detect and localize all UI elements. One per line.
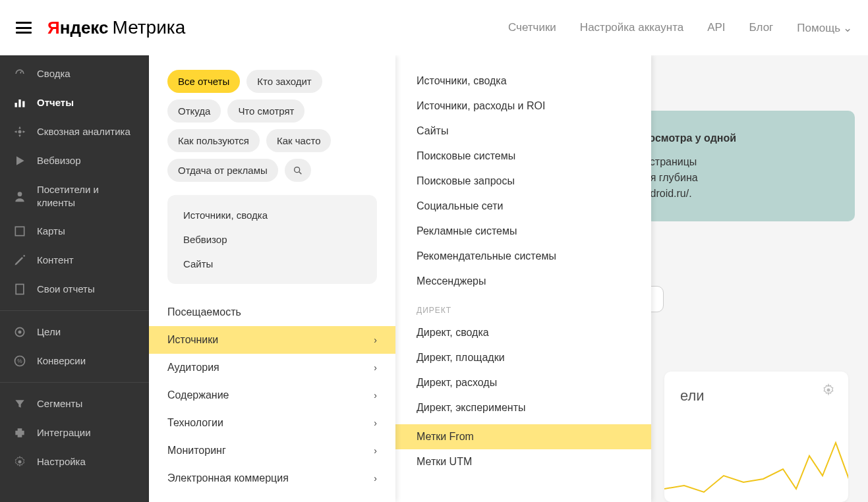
nav-counters[interactable]: Счетчики (508, 21, 556, 34)
sub-item[interactable]: Директ, сводка (395, 320, 651, 345)
sub-item[interactable]: Сайты (395, 119, 651, 144)
chip-what[interactable]: Что смотрят (227, 99, 304, 123)
svg-point-3 (18, 130, 22, 134)
sub-item[interactable]: Директ, расходы (395, 370, 651, 395)
percent-icon: % (13, 354, 26, 368)
document-icon (13, 283, 26, 296)
cat-item-sources[interactable]: Источники › (149, 326, 395, 354)
chevron-right-icon: › (374, 418, 377, 428)
bar-chart-icon (13, 96, 26, 109)
sidebar-item-label: Сегменты (37, 397, 82, 410)
nav-help[interactable]: Помощь⌄ (797, 21, 852, 35)
cat-item-ecommerce[interactable]: Электронная коммерция › (149, 464, 395, 492)
chip-how[interactable]: Как пользуются (167, 129, 260, 152)
sidebar-item-label: Свои отчеты (37, 283, 95, 296)
puzzle-icon (13, 426, 26, 439)
quick-item[interactable]: Вебвизор (167, 227, 377, 252)
nav-account[interactable]: Настройка аккаунта (580, 21, 683, 34)
sub-item[interactable]: Директ, эксперименты (395, 395, 651, 420)
sub-item[interactable]: Поисковые запросы (395, 169, 651, 194)
insight-title: ь глубины просмотра у одной (651, 130, 835, 146)
filter-chips: Все отчеты Кто заходит Откуда Что смотря… (167, 70, 377, 182)
logo[interactable]: Яндекс Метрика (47, 17, 185, 38)
sub-item[interactable]: Мессенджеры (395, 269, 651, 294)
cat-item-content[interactable]: Содержание › (149, 381, 395, 409)
sidebar-item-custom[interactable]: Свои отчеты (0, 275, 149, 304)
quick-reports: Источники, сводка Вебвизор Сайты (167, 195, 377, 284)
quick-item[interactable]: Сайты (167, 252, 377, 276)
sidebar-item-label: Вебвизор (37, 154, 81, 167)
logo-rest: ндекс (60, 18, 109, 38)
sidebar-item-label: Сводка (37, 67, 71, 80)
logo-product: Метрика (113, 17, 186, 38)
sub-item[interactable]: Рекомендательные системы (395, 244, 651, 269)
sidebar-item-goals[interactable]: Цели (0, 318, 149, 347)
sidebar-item-analytics[interactable]: Сквозная аналитика (0, 117, 149, 146)
sub-item-utm-tags[interactable]: Метки UTM (395, 449, 651, 474)
filter-icon (13, 397, 26, 410)
sub-item[interactable]: Источники, расходы и ROI (395, 94, 651, 119)
nav-api[interactable]: API (707, 21, 725, 34)
sidebar-item-label: Настройка (37, 455, 86, 468)
svg-point-14 (827, 389, 830, 392)
chevron-right-icon: › (374, 335, 377, 345)
pencil-icon (13, 254, 26, 267)
sidebar-item-maps[interactable]: Карты (0, 217, 149, 246)
insight-text: https://blog.seodroid.ru/. (651, 186, 835, 202)
cat-item-traffic[interactable]: Посещаемость (149, 298, 395, 326)
chevron-right-icon: › (374, 390, 377, 401)
sidebar-item-settings[interactable]: Настройка (0, 447, 149, 476)
quick-item[interactable]: Источники, сводка (167, 203, 377, 227)
sidebar-item-content[interactable]: Контент (0, 246, 149, 275)
chart-card: ели (664, 372, 848, 502)
sidebar-item-segments[interactable]: Сегменты (0, 389, 149, 418)
sidebar-item-webvisor[interactable]: Вебвизор (0, 146, 149, 175)
svg-point-8 (18, 331, 22, 334)
chart-title: ели (680, 387, 832, 404)
chip-all[interactable]: Все отчеты (167, 70, 240, 93)
sidebar-item-conversions[interactable]: % Конверсии (0, 347, 149, 376)
svg-rect-2 (22, 101, 24, 107)
cat-item-tech[interactable]: Технологии › (149, 409, 395, 437)
sub-item[interactable]: Источники, сводка (395, 69, 651, 94)
sidebar-item-label: Сквозная аналитика (37, 125, 130, 138)
sub-item[interactable]: Поисковые системы (395, 144, 651, 169)
date-picker[interactable] (651, 286, 664, 312)
gear-icon[interactable] (822, 383, 835, 399)
cat-item-audience[interactable]: Аудитория › (149, 354, 395, 381)
sub-item[interactable]: Директ, площадки (395, 345, 651, 370)
svg-point-4 (18, 192, 22, 196)
svg-point-12 (294, 167, 299, 172)
svg-line-13 (299, 172, 301, 174)
sub-heading-direct: ДИРЕКТ (395, 294, 651, 320)
sidebar-item-visitors[interactable]: Посетители и клиенты (0, 175, 149, 217)
nav-blog[interactable]: Блог (749, 21, 774, 34)
sidebar-item-integrations[interactable]: Интеграции (0, 418, 149, 447)
person-icon (13, 190, 26, 203)
svg-rect-1 (18, 99, 20, 107)
sub-item-from-tags[interactable]: Метки From (395, 424, 651, 449)
chip-who[interactable]: Кто заходит (246, 70, 322, 93)
svg-rect-5 (15, 227, 24, 235)
search-icon (293, 165, 303, 176)
sidebar-item-label: Посетители и клиенты (37, 183, 136, 209)
hamburger-menu-button[interactable] (16, 22, 32, 34)
insight-text: /. Минимальная глубина (651, 170, 835, 186)
sub-item[interactable]: Рекламные системы (395, 219, 651, 244)
chip-ads[interactable]: Отдача от рекламы (167, 159, 278, 182)
sidebar-item-label: Отчеты (37, 96, 74, 109)
category-list: Посещаемость Источники › Аудитория › Сод… (149, 298, 395, 492)
insight-card: ь глубины просмотра у одной росмотра — у… (651, 111, 855, 221)
sidebar-item-summary[interactable]: Сводка (0, 59, 149, 88)
chip-search-button[interactable] (285, 159, 311, 182)
gauge-icon (13, 67, 26, 80)
analytics-icon (13, 125, 26, 138)
sidebar-item-label: Контент (37, 254, 74, 267)
chip-often[interactable]: Как часто (266, 129, 332, 152)
chip-from[interactable]: Откуда (167, 99, 221, 123)
sidebar-item-reports[interactable]: Отчеты (0, 88, 149, 117)
svg-text:%: % (17, 358, 22, 364)
cat-item-monitoring[interactable]: Мониторинг › (149, 437, 395, 464)
sub-item[interactable]: Социальные сети (395, 194, 651, 219)
sidebar: Сводка Отчеты Сквозная аналитика Вебвизо… (0, 55, 149, 502)
